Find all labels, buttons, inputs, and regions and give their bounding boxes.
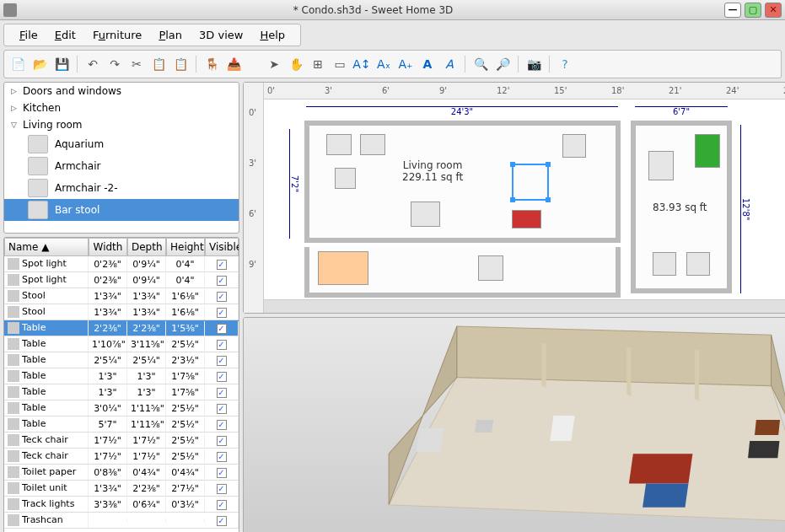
open-button[interactable]: 📂 [30, 54, 50, 74]
plan-furniture[interactable] [648, 151, 674, 180]
furniture-row[interactable]: Stool1'3¾"1'3¾"1'6⅛"✓ [4, 288, 239, 304]
plan-furniture[interactable] [478, 255, 503, 281]
paste-button[interactable]: 📋 [170, 54, 191, 74]
catalog-item[interactable]: Bar stool [4, 199, 239, 221]
plan-canvas[interactable]: 24'3" 6'7" 7'2" 12'8" Living room 229.11… [264, 99, 785, 299]
furniture-list-body[interactable]: Spot light0'2⅜"0'9¼"0'4"✓Spot light0'2⅜"… [4, 256, 239, 532]
plan-furniture[interactable] [335, 168, 356, 189]
furniture-row[interactable]: Teck chair1'7½"1'7½"2'5½"✓ [4, 433, 239, 449]
furniture-row[interactable]: Table1'10⅞"3'11⅝"2'5½"✓ [4, 336, 239, 352]
selected-furniture-table[interactable] [512, 164, 549, 201]
add-furniture-button[interactable]: 🪑 [202, 54, 222, 74]
visible-checkbox[interactable]: ✓ [217, 340, 227, 350]
room-living[interactable]: Living room 229.11 sq ft [304, 121, 621, 243]
furniture-row[interactable]: Table2'2⅜"2'2⅜"1'5⅜"✓ [4, 320, 239, 336]
zoom-out-button[interactable]: 🔎 [492, 54, 513, 74]
visible-checkbox[interactable]: ✓ [217, 308, 227, 318]
plan-furniture[interactable] [411, 202, 440, 227]
undo-button[interactable]: ↶ [83, 54, 103, 74]
furniture-row[interactable]: Spot light0'2⅜"0'9¼"0'4"✓ [4, 256, 239, 272]
photo-button[interactable]: 📷 [524, 54, 544, 74]
catalog-item[interactable]: Armchair -2- [4, 177, 239, 199]
catalog-scroll[interactable]: ▷Doors and windows ▷Kitchen ▽Living room… [4, 83, 239, 233]
redo-button[interactable]: ↷ [105, 54, 125, 74]
create-dimension-tool[interactable]: A↕ [352, 54, 372, 74]
furniture-row[interactable]: Table1'3"1'3"1'7⅝"✓ [4, 384, 239, 400]
furniture-row[interactable]: Table3'0¼"1'11⅝"2'5½"✓ [4, 400, 239, 416]
visible-checkbox[interactable]: ✓ [217, 260, 227, 270]
plan-furniture-plant[interactable] [695, 134, 720, 168]
menu-edit[interactable]: Edit [46, 27, 84, 43]
room-right[interactable]: 83.93 sq ft [631, 121, 732, 293]
furniture-icon [8, 418, 19, 430]
furniture-row[interactable]: Stool1'3¾"1'3¾"1'6⅛"✓ [4, 304, 239, 320]
catalog-item[interactable]: Aquarium [4, 133, 239, 155]
visible-checkbox[interactable]: ✓ [217, 452, 227, 462]
menu-3dview[interactable]: 3D view [191, 27, 251, 43]
visible-checkbox[interactable]: ✓ [217, 276, 227, 286]
plan-furniture[interactable] [326, 134, 352, 155]
category-kitchen[interactable]: ▷Kitchen [4, 99, 239, 116]
select-tool[interactable]: ➤ [264, 54, 284, 74]
visible-checkbox[interactable]: ✓ [217, 356, 227, 366]
plan-furniture[interactable] [686, 252, 710, 276]
furniture-row[interactable]: Table5'7"1'11⅝"2'5½"✓ [4, 416, 239, 433]
menu-file[interactable]: File [11, 27, 46, 43]
col-visible[interactable]: Visible [205, 238, 239, 256]
plan-furniture-bed[interactable] [318, 251, 368, 285]
visible-checkbox[interactable]: ✓ [217, 324, 227, 334]
visible-checkbox[interactable]: ✓ [217, 500, 227, 510]
col-name[interactable]: Name ▲ [4, 238, 89, 256]
furniture-row[interactable]: Toilet paper0'8⅜"0'4¾"0'4¾"✓ [4, 465, 239, 481]
copy-button[interactable]: 📋 [148, 54, 169, 74]
col-depth[interactable]: Depth [127, 238, 166, 256]
pan-tool[interactable]: ✋ [286, 54, 306, 74]
plan-scrollbar-h[interactable] [264, 299, 785, 313]
catalog-item[interactable]: Armchair [4, 155, 239, 177]
menu-furniture[interactable]: Furniture [84, 27, 150, 43]
furniture-row[interactable]: Table1'3"1'3"1'7⅝"✓ [4, 368, 239, 384]
plan-furniture-sofa[interactable] [512, 210, 541, 228]
close-button[interactable]: ✕ [765, 3, 782, 18]
zoom-in-button[interactable]: 🔍 [470, 54, 491, 74]
import-button[interactable]: 📥 [223, 54, 244, 74]
furniture-row[interactable]: Track lights3'3⅜"0'6¾"0'3½"✓ [4, 497, 239, 513]
furniture-row[interactable]: Table2'5¼"2'5¼"2'3½"✓ [4, 352, 239, 368]
text-bold-button[interactable]: A [417, 54, 438, 74]
visible-checkbox[interactable]: ✓ [217, 484, 227, 494]
minimize-button[interactable]: — [724, 3, 741, 18]
category-living-room[interactable]: ▽Living room [4, 116, 239, 133]
room-lower[interactable] [304, 247, 621, 298]
visible-checkbox[interactable]: ✓ [217, 388, 227, 398]
visible-checkbox[interactable]: ✓ [217, 516, 227, 526]
new-button[interactable]: 📄 [8, 54, 28, 74]
menu-plan[interactable]: Plan [150, 27, 191, 43]
visible-checkbox[interactable]: ✓ [217, 292, 227, 302]
furniture-row[interactable]: Trashcan✓ [4, 513, 239, 529]
visible-checkbox[interactable]: ✓ [217, 468, 227, 478]
cut-button[interactable]: ✂ [126, 54, 147, 74]
create-room-tool[interactable]: ▭ [330, 54, 350, 74]
furniture-row[interactable]: Spot light0'2⅜"0'9¼"0'4"✓ [4, 272, 239, 288]
visible-checkbox[interactable]: ✓ [217, 372, 227, 382]
create-walls-tool[interactable]: ⊞ [308, 54, 328, 74]
col-height[interactable]: Height [166, 238, 205, 256]
col-width[interactable]: Width [89, 238, 127, 256]
menu-help[interactable]: Help [251, 27, 293, 43]
text-increase-button[interactable]: A₊ [395, 54, 416, 74]
plan-furniture[interactable] [562, 134, 586, 158]
category-doors-windows[interactable]: ▷Doors and windows [4, 83, 239, 99]
help-button[interactable]: ? [555, 54, 575, 74]
3d-view[interactable] [243, 317, 785, 532]
maximize-button[interactable]: ▢ [745, 3, 761, 18]
furniture-row[interactable]: Toilet unit1'3¾"2'2⅜"2'7½"✓ [4, 481, 239, 497]
plan-furniture[interactable] [360, 134, 385, 155]
save-button[interactable]: 💾 [51, 54, 72, 74]
text-italic-button[interactable]: A [439, 54, 460, 74]
visible-checkbox[interactable]: ✓ [217, 404, 227, 414]
visible-checkbox[interactable]: ✓ [217, 420, 227, 430]
furniture-row[interactable]: Teck chair1'7½"1'7½"2'5½"✓ [4, 449, 239, 465]
create-text-tool[interactable]: Aₓ [374, 54, 394, 74]
visible-checkbox[interactable]: ✓ [217, 436, 227, 446]
plan-furniture[interactable] [653, 252, 676, 276]
